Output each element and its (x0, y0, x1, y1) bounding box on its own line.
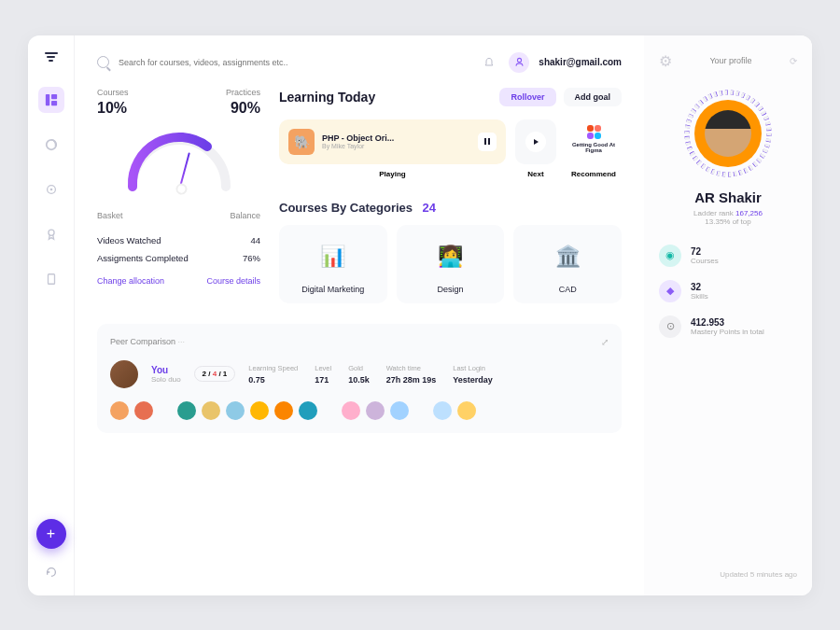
peer-avatar[interactable] (390, 401, 409, 420)
pstat-label: Last Login (453, 364, 493, 372)
profile-stat-value: 72 (691, 246, 719, 257)
ladder-rank: Ladder rank 167,256 (659, 209, 797, 217)
learning-title: Learning Today (279, 90, 375, 105)
pstat-label: Gold (348, 364, 370, 372)
profile-label: Your profile (709, 56, 751, 65)
practices-label: Practices (226, 88, 260, 97)
svg-point-5 (49, 188, 52, 190)
svg-point-6 (48, 230, 53, 235)
category-name: CAD (559, 285, 577, 294)
figma-icon (587, 125, 601, 139)
svg-rect-1 (51, 93, 57, 98)
mastery-icon: ⊙ (659, 315, 681, 338)
category-name: Design (438, 285, 464, 294)
svg-rect-7 (48, 273, 54, 284)
next-label: Next (515, 170, 556, 178)
category-card[interactable]: 🏛️ CAD (513, 225, 622, 303)
peer-title: Peer Comparison (110, 337, 185, 346)
updated-timestamp: Updated 5 minutes ago (659, 570, 797, 579)
category-card[interactable]: 👩‍💻 Design (397, 225, 505, 303)
play-icon[interactable] (525, 132, 546, 152)
add-button[interactable]: + (36, 519, 66, 549)
main-content: shakir@gmail.com Courses Practices 10% 9… (75, 35, 644, 595)
rollover-button[interactable]: Rollover (499, 88, 555, 106)
php-icon: 🐘 (288, 129, 315, 155)
stat-value: 44 (250, 235, 260, 245)
profile-stat-label: Skills (691, 292, 708, 301)
playing-author: By Mike Taylor (322, 143, 470, 149)
profile-stat-value: 32 (691, 282, 708, 292)
pause-button[interactable] (478, 133, 497, 151)
playing-card[interactable]: 🐘 PHP - Object Ori... By Mike Taylor (279, 119, 506, 164)
pstat-label: Level (315, 364, 331, 372)
course-details-link[interactable]: Course details (206, 276, 260, 286)
recommend-title: Getting Good At Figma (566, 142, 622, 153)
courses-pct: 10% (97, 100, 127, 117)
pstat-value: 0.75 (248, 375, 298, 385)
peer-avatar[interactable] (342, 401, 360, 420)
refresh-icon[interactable]: ⟳ (790, 56, 797, 66)
peer-avatars (110, 401, 609, 420)
pstat-value: 171 (315, 375, 331, 385)
search-icon (97, 56, 109, 68)
profile-photo (694, 100, 762, 167)
practices-pct: 90% (231, 100, 260, 117)
profile-panel: ⚙ Your profile ⟳ AR Shakir Ladder rank 1… (644, 35, 812, 595)
skills-icon: ◆ (659, 280, 681, 302)
category-name: Digital Marketing (301, 285, 364, 294)
user-avatar-icon[interactable] (509, 52, 529, 73)
settings-icon[interactable]: ⚙ (659, 52, 672, 70)
categories-title: Courses By Categories (279, 201, 413, 215)
basket-label: Basket (97, 211, 123, 220)
search-input[interactable] (119, 58, 469, 67)
courses-label: Courses (97, 88, 129, 97)
profile-name: AR Shakir (659, 189, 797, 205)
peer-avatar[interactable] (250, 401, 269, 420)
peer-avatar[interactable] (457, 401, 476, 420)
expand-icon[interactable]: ⤢ (601, 337, 609, 347)
profile-stat-label: Mastery Points in total (691, 328, 764, 336)
record-badge: 2 / 4 / 1 (194, 366, 236, 382)
category-illustration: 📊 (288, 234, 378, 279)
peer-comparison-panel: Peer Comparison ⤢ You Solo duo 2 / 4 / 1… (97, 324, 622, 433)
peer-avatar[interactable] (366, 401, 385, 420)
nav-analytics[interactable] (38, 132, 64, 158)
reload-icon[interactable] (45, 566, 58, 582)
next-card[interactable] (515, 119, 556, 164)
you-sublabel: Solo duo (151, 375, 181, 384)
you-label: You (151, 365, 181, 375)
nav-docs[interactable] (38, 266, 64, 292)
peer-avatar[interactable] (226, 401, 245, 420)
user-email[interactable]: shakir@gmail.com (539, 57, 622, 67)
balance-label: Balance (230, 211, 260, 220)
peer-avatar[interactable] (274, 401, 293, 420)
stat-label: Videos Watched (97, 235, 161, 245)
pstat-value: Yesterday (453, 375, 493, 385)
category-card[interactable]: 📊 Digital Marketing (279, 225, 387, 303)
pstat-label: Watch time (386, 364, 437, 372)
playing-label: Playing (279, 170, 506, 178)
peer-avatar[interactable] (299, 401, 317, 420)
user-avatar (110, 360, 138, 388)
peer-avatar[interactable] (134, 401, 153, 420)
category-illustration: 👩‍💻 (406, 234, 496, 279)
stat-value: 76% (243, 253, 260, 263)
notifications-icon[interactable] (479, 52, 499, 73)
category-illustration: 🏛️ (523, 234, 612, 279)
pstat-value: 27h 28m 19s (386, 375, 437, 385)
playing-title: PHP - Object Ori... (322, 133, 470, 143)
peer-avatar[interactable] (110, 401, 129, 420)
add-goal-button[interactable]: Add goal (564, 88, 623, 106)
nav-target[interactable] (38, 176, 64, 203)
peer-avatar[interactable] (433, 401, 452, 420)
sidebar: + (28, 35, 75, 595)
nav-badge[interactable] (38, 221, 64, 247)
svg-point-8 (517, 58, 521, 62)
recommend-card[interactable]: Getting Good At Figma (566, 119, 622, 164)
nav-dashboard[interactable] (38, 87, 64, 113)
recommend-label: Recommend (566, 170, 622, 178)
profile-ring (681, 87, 775, 180)
change-allocation-link[interactable]: Change allocation (97, 276, 164, 286)
peer-avatar[interactable] (202, 401, 220, 420)
peer-avatar[interactable] (177, 401, 196, 420)
